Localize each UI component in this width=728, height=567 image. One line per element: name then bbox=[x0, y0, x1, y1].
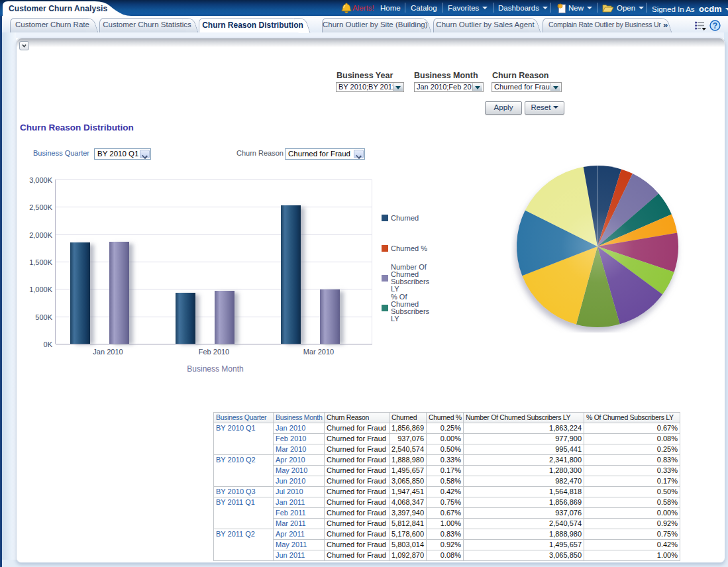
svg-text:?: ? bbox=[713, 21, 717, 30]
